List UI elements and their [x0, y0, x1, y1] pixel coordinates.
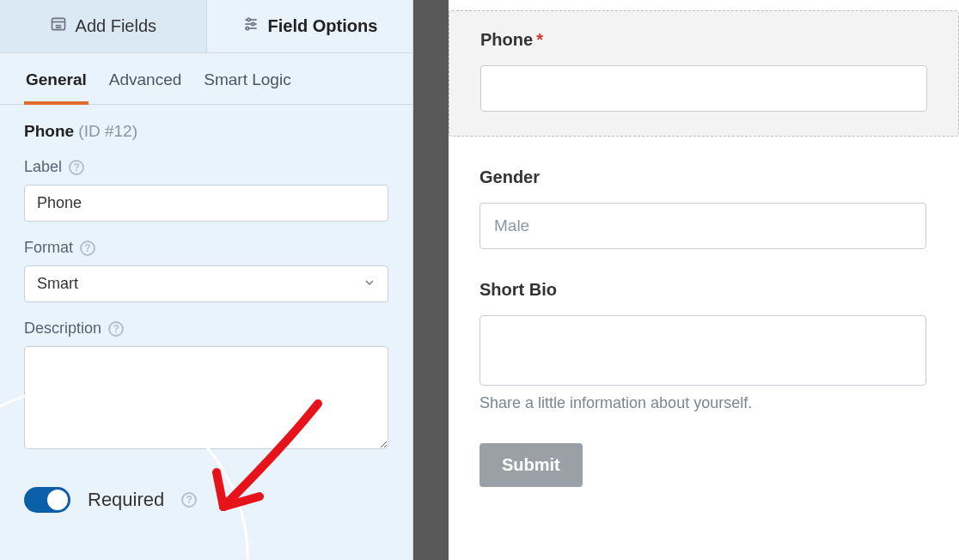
sub-tabs: General Advanced Smart Logic	[0, 53, 412, 105]
preview-gender-label: Gender	[480, 167, 959, 187]
row-required: Required ?	[24, 487, 388, 513]
help-icon[interactable]: ?	[108, 321, 124, 337]
description-textarea[interactable]	[24, 346, 388, 449]
format-select[interactable]	[24, 265, 388, 302]
label-label: Label ?	[24, 158, 388, 176]
preview-panel: Phone* Gender Male Short Bio Share a lit…	[449, 0, 959, 560]
preview-gender-value: Male	[480, 203, 926, 249]
row-format: Format ?	[24, 239, 388, 302]
required-label: Required	[88, 489, 164, 511]
required-mark: *	[536, 30, 543, 49]
preview-shortbio-field[interactable]: Short Bio Share a little information abo…	[480, 280, 959, 412]
preview-phone-input[interactable]	[480, 65, 927, 112]
label-input[interactable]	[24, 185, 388, 222]
preview-gender-field[interactable]: Gender Male	[480, 167, 959, 249]
help-icon[interactable]: ?	[181, 492, 197, 508]
toggle-knob	[47, 490, 68, 510]
label-description-text: Description	[24, 320, 101, 338]
svg-point-9	[246, 27, 248, 29]
help-icon[interactable]: ?	[69, 160, 84, 175]
svg-point-7	[251, 22, 253, 25]
row-description: Description ?	[24, 320, 388, 453]
label-format-text: Format	[24, 239, 73, 257]
label-format: Format ?	[24, 239, 388, 257]
svg-point-5	[247, 18, 249, 21]
sliders-icon	[242, 15, 260, 37]
subtab-smart-logic[interactable]: Smart Logic	[202, 65, 292, 105]
tab-field-options[interactable]: Field Options	[207, 0, 413, 52]
preview-shortbio-label: Short Bio	[480, 280, 959, 300]
required-toggle[interactable]	[24, 487, 70, 513]
preview-shortbio-helper: Share a little information about yoursel…	[480, 394, 959, 412]
label-description: Description ?	[24, 320, 388, 338]
preview-phone-label-text: Phone	[480, 30, 533, 49]
format-select-wrapper	[24, 265, 388, 302]
list-icon	[50, 15, 67, 37]
preview-shortbio-textarea[interactable]	[480, 315, 926, 386]
tab-field-options-label: Field Options	[268, 16, 378, 36]
subtab-general[interactable]: General	[24, 65, 89, 105]
preview-gender-select[interactable]: Male	[480, 203, 926, 249]
gutter	[413, 0, 449, 560]
help-icon[interactable]: ?	[80, 240, 95, 256]
row-label: Label ?	[24, 158, 388, 222]
field-name: Phone	[24, 122, 74, 140]
submit-button[interactable]: Submit	[480, 443, 583, 487]
left-sidebar: Add Fields Field Options General Advance…	[0, 0, 413, 560]
panel-body: Phone (ID #12) Label ? Format ?	[0, 105, 412, 530]
subtab-advanced[interactable]: Advanced	[107, 65, 184, 105]
top-tabs: Add Fields Field Options	[0, 0, 412, 53]
field-id: (ID #12)	[78, 122, 137, 140]
preview-submit-row: Submit	[480, 443, 959, 487]
tab-add-fields-label: Add Fields	[76, 16, 157, 36]
tab-add-fields[interactable]: Add Fields	[0, 0, 207, 52]
field-title: Phone (ID #12)	[24, 122, 388, 141]
preview-selected-field[interactable]: Phone*	[449, 10, 959, 137]
preview-phone-label: Phone*	[480, 30, 927, 50]
label-label-text: Label	[24, 158, 62, 176]
